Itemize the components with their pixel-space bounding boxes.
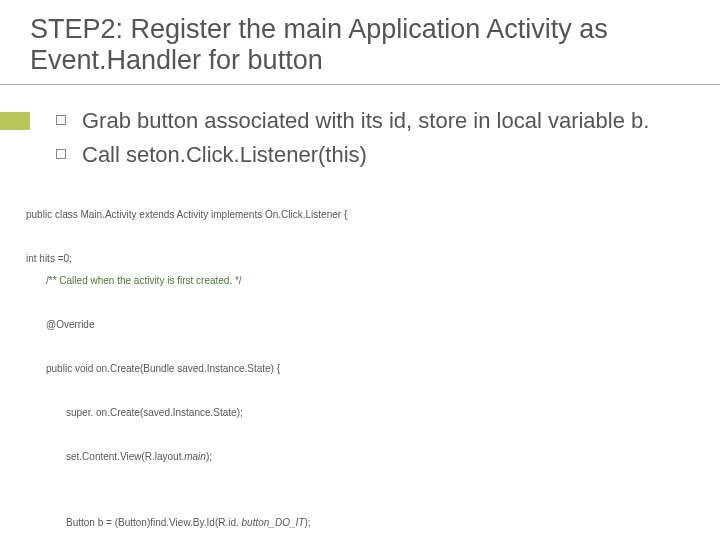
slide: STEP2: Register the main Application Act… xyxy=(0,0,720,540)
code-block: public class Main.Activity extends Activ… xyxy=(26,182,690,540)
code-line: Button b = (Button)find.View.By.Id(R.id.… xyxy=(26,512,690,534)
bullet-item: Grab button associated with its id, stor… xyxy=(56,107,690,135)
code-line: /** Called when the activity is first cr… xyxy=(26,270,690,292)
code-text: ); xyxy=(206,451,212,462)
code-line: public void on.Create(Bundle saved.Insta… xyxy=(26,358,690,380)
code-text: Button b = (Button)find.View.By.Id(R.id. xyxy=(66,517,242,528)
accent-bar xyxy=(0,112,30,130)
code-line: set.Content.View(R.layout.main); xyxy=(26,446,690,468)
code-line: @Override xyxy=(26,314,690,336)
code-line: int hits =0; xyxy=(26,253,72,264)
code-line: public class Main.Activity extends Activ… xyxy=(26,209,347,220)
bullet-item: Call seton.Click.Listener(this) xyxy=(56,141,690,169)
code-text: set.Content.View(R.layout. xyxy=(66,451,184,462)
slide-content: Grab button associated with its id, stor… xyxy=(0,85,720,540)
code-italic: main xyxy=(184,451,206,462)
code-text: ); xyxy=(304,517,310,528)
code-italic: button_DO_IT xyxy=(242,517,305,528)
bullet-list: Grab button associated with its id, stor… xyxy=(56,107,690,168)
slide-title: STEP2: Register the main Application Act… xyxy=(0,0,720,85)
code-line: super. on.Create(saved.Instance.State); xyxy=(26,402,690,424)
